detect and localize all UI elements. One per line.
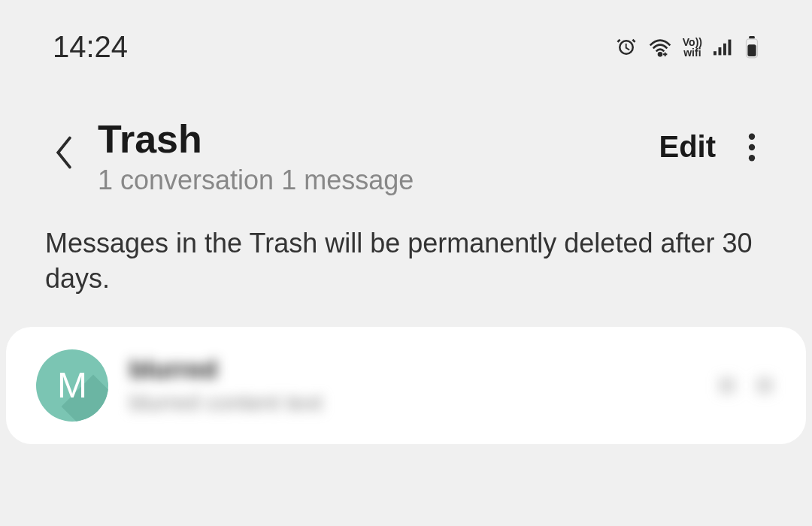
status-icons: Vo)) wifi <box>615 36 759 59</box>
conversation-title: blurred <box>129 355 695 384</box>
page-subtitle: 1 conversation 1 message <box>98 165 644 196</box>
edit-button[interactable]: Edit <box>659 130 716 164</box>
svg-rect-2 <box>719 47 722 55</box>
status-bar: 14:24 Vo)) wifi <box>0 0 812 79</box>
conversation-content: blurred blurred content text <box>129 355 695 416</box>
page-title: Trash <box>98 116 644 162</box>
header-text: Trash 1 conversation 1 message <box>98 116 644 196</box>
svg-point-10 <box>749 155 755 161</box>
signal-icon <box>713 38 734 57</box>
meta-icon <box>753 374 776 397</box>
svg-rect-7 <box>747 44 756 56</box>
more-options-button[interactable] <box>737 132 767 162</box>
back-button[interactable] <box>45 122 83 183</box>
wifi-icon <box>648 37 672 58</box>
conversation-meta <box>716 374 776 397</box>
svg-point-8 <box>749 133 755 139</box>
header-actions: Edit <box>659 130 767 164</box>
svg-point-9 <box>749 144 755 150</box>
conversation-list: M blurred blurred content text <box>6 327 806 444</box>
status-time: 14:24 <box>53 30 128 64</box>
battery-icon <box>744 36 759 59</box>
svg-rect-3 <box>723 43 726 55</box>
trash-info-text: Messages in the Trash will be permanentl… <box>0 211 812 327</box>
page-header: Trash 1 conversation 1 message Edit <box>0 79 812 211</box>
conversation-item[interactable]: M blurred blurred content text <box>36 349 776 422</box>
conversation-preview: blurred content text <box>129 390 695 416</box>
svg-rect-4 <box>729 39 732 55</box>
avatar-letter: M <box>57 364 87 406</box>
svg-rect-1 <box>714 51 717 55</box>
vowifi-icon: Vo)) wifi <box>683 37 702 58</box>
svg-point-0 <box>659 53 662 56</box>
avatar: M <box>36 349 108 422</box>
alarm-icon <box>615 36 638 59</box>
meta-icon <box>716 374 738 397</box>
